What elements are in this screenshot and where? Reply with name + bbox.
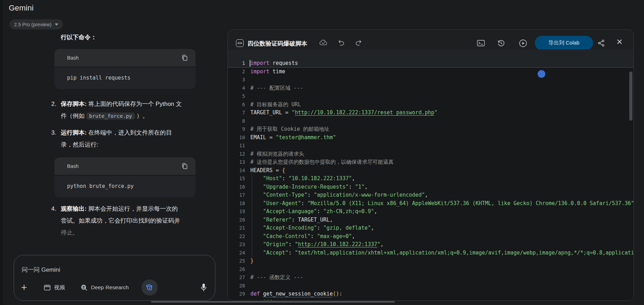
code-line: 23 "Origin": "http://10.10.182.222:1337"… bbox=[228, 240, 633, 249]
line-number: 1 bbox=[228, 59, 245, 68]
code-line: 8 bbox=[228, 117, 633, 126]
run-icon[interactable] bbox=[519, 39, 527, 48]
line-number: 18 bbox=[228, 199, 245, 208]
list-item: 3.运行脚本: 在终端中，进入到文件所在的目录，然后运行: bbox=[44, 127, 203, 151]
terminal-icon[interactable] bbox=[477, 39, 485, 47]
code-line: 10EMAIL = "tester@hammer.thm" bbox=[228, 134, 633, 142]
line-number: 21 bbox=[228, 224, 245, 232]
code-lines: 1import requests2import time34# --- 配置区域… bbox=[228, 59, 633, 300]
code-line: 22 "Cache-Control": "max-age=0", bbox=[228, 232, 633, 241]
list-item: 4.观察输出: 脚本会开始运行，并显示每一次的尝试。如果成功，它会打印出找到的验… bbox=[44, 203, 203, 239]
deep-research-button[interactable]: Deep Research bbox=[80, 284, 129, 291]
model-selector[interactable]: 2.5 Pro (preview) bbox=[9, 19, 63, 29]
canvas-icon bbox=[145, 283, 154, 292]
line-number: 2 bbox=[228, 68, 245, 76]
vertical-scrollbar[interactable] bbox=[629, 72, 632, 121]
line-number: 4 bbox=[228, 84, 245, 93]
code-line: 15 "Host": "10.10.182.222:1337", bbox=[228, 175, 633, 183]
line-number: 24 bbox=[228, 249, 245, 257]
list-item-number: 4. bbox=[51, 203, 56, 215]
code-line: 5 bbox=[228, 92, 633, 101]
deep-research-label: Deep Research bbox=[91, 284, 129, 291]
line-number: 8 bbox=[228, 117, 245, 126]
code-line: 2import time bbox=[228, 68, 633, 76]
line-number: 20 bbox=[228, 216, 245, 224]
line-number: 25 bbox=[228, 257, 245, 265]
list-item-text: 件（例如 brute_force.py ）。 bbox=[61, 110, 203, 122]
history-icon[interactable] bbox=[497, 39, 505, 47]
code-block-run: Bash python brute_force.py bbox=[54, 157, 196, 197]
model-selector-label: 2.5 Pro (preview) bbox=[14, 22, 52, 27]
copy-icon[interactable] bbox=[181, 162, 189, 170]
code-line: 24 "Accept": "text/html,application/xhtm… bbox=[228, 249, 633, 257]
line-number: 26 bbox=[228, 265, 245, 274]
code-line: 28 bbox=[228, 282, 633, 290]
microphone-button[interactable] bbox=[200, 283, 207, 292]
code-line: 16 "Upgrade-Insecure-Requests": "1", bbox=[228, 183, 633, 191]
code-line: 7TARGET_URL = "http://10.10.182.222:1337… bbox=[228, 109, 633, 117]
code-line: 21 "Accept-Encoding": "gzip, deflate", bbox=[228, 224, 633, 232]
prompt-input[interactable]: 问一问 Gemini bbox=[22, 266, 60, 274]
code-block-language: Bash bbox=[67, 55, 79, 61]
copy-icon[interactable] bbox=[181, 54, 189, 62]
horizontal-scrollbar[interactable] bbox=[151, 301, 395, 303]
list-item-number: 2. bbox=[51, 98, 56, 110]
chevron-down-icon bbox=[55, 23, 58, 26]
chat-response-column: 行以下命令： Bash pip install requests 2.保存脚本:… bbox=[44, 33, 203, 239]
list-item-text: 停止。 bbox=[61, 227, 203, 239]
undo-icon[interactable] bbox=[337, 39, 345, 46]
list-item-text: 运行脚本: 在终端中，进入到文件所在的目 bbox=[61, 127, 203, 139]
line-number: 14 bbox=[228, 167, 245, 175]
video-tool-button[interactable]: 视频 bbox=[44, 284, 65, 291]
text-cursor bbox=[250, 60, 250, 67]
line-number: 9 bbox=[228, 125, 245, 134]
list-item-number: 3. bbox=[51, 127, 56, 139]
redo-icon[interactable] bbox=[355, 39, 362, 46]
code-line: 26 bbox=[228, 265, 633, 274]
line-number: 10 bbox=[228, 134, 245, 142]
code-line: 12# 模拟浏览器的请求头 bbox=[228, 150, 633, 158]
code-line: 30 """ bbox=[228, 298, 633, 301]
composer-toolbar: + 视频 Deep Research bbox=[20, 279, 210, 296]
prompt-composer[interactable]: 问一问 Gemini + 视频 bbox=[14, 255, 215, 301]
line-number: 11 bbox=[228, 142, 245, 150]
line-number: 29 bbox=[228, 290, 245, 298]
code-line: 1import requests bbox=[228, 59, 633, 68]
line-number: 16 bbox=[228, 183, 245, 191]
code-line: 17 "Content-Type": "application/x-www-fo… bbox=[228, 191, 633, 199]
line-number: 22 bbox=[228, 232, 245, 241]
list-item-text: 保存脚本: 将上面的代码保存为一个 Python 文 bbox=[61, 98, 203, 110]
line-number: 19 bbox=[228, 208, 245, 216]
list-item-text: 录，然后运行: bbox=[61, 139, 203, 151]
code-file-icon: <> bbox=[236, 39, 244, 47]
code-editor[interactable]: 1import requests2import time34# --- 配置区域… bbox=[228, 49, 633, 300]
canvas-panel: <> 四位数验证码爆破脚本 bbox=[228, 29, 634, 301]
code-block-content: pip install requests bbox=[67, 75, 131, 81]
code-line: 25} bbox=[228, 257, 633, 265]
code-line: 13# 这些是从您提供的数据包中提取的，以确保请求尽可能逼真 bbox=[228, 158, 633, 167]
code-block-pip: Bash pip install requests bbox=[54, 49, 196, 89]
code-line: 18 "User-Agent": "Mozilla/5.0 (X11; Linu… bbox=[228, 199, 633, 208]
video-tool-label: 视频 bbox=[54, 284, 65, 291]
line-number: 28 bbox=[228, 282, 245, 290]
close-icon[interactable]: ✕ bbox=[616, 38, 623, 46]
cloud-saved-icon bbox=[319, 39, 328, 46]
line-number: 7 bbox=[228, 109, 245, 117]
line-number: 15 bbox=[228, 175, 245, 183]
canvas-tool-button[interactable] bbox=[142, 279, 158, 296]
code-block-language: Bash bbox=[67, 163, 79, 169]
code-line: 29def get_new_session_cookie(): bbox=[228, 290, 633, 298]
presence-indicator bbox=[538, 70, 545, 78]
add-attachment-button[interactable]: + bbox=[21, 283, 27, 293]
share-icon[interactable] bbox=[597, 39, 605, 47]
line-number: 17 bbox=[228, 191, 245, 199]
code-line: 11 bbox=[228, 142, 633, 150]
export-to-colab-button[interactable]: 导出到 Colab bbox=[535, 36, 593, 50]
canvas-title[interactable]: 四位数验证码爆破脚本 bbox=[248, 40, 307, 48]
video-icon bbox=[44, 284, 51, 291]
code-line: 27# --- 函数定义 --- bbox=[228, 273, 633, 282]
code-line: 4# --- 配置区域 --- bbox=[228, 84, 633, 93]
line-number: 5 bbox=[228, 92, 245, 101]
list-item-text: 尝试。如果成功，它会打印出找到的验证码并 bbox=[61, 215, 203, 227]
code-line: 3 bbox=[228, 76, 633, 84]
